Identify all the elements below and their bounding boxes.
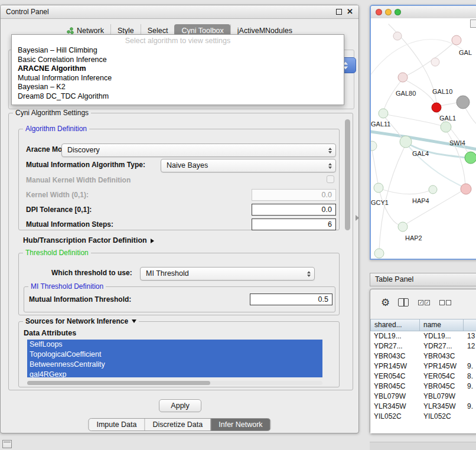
network-edge[interactable] [465,108,476,123]
algorithm-option-bayesian-k2[interactable]: Bayesian – K2 [12,83,344,92]
table-cell: YBR045C [420,381,464,392]
table-cell: YLR345W [370,402,420,412]
table-row[interactable]: YLR345WYLR345W9. [370,402,476,412]
column-header-shared[interactable]: shared... [370,319,420,331]
zoom-button[interactable] [395,9,401,15]
which-threshold-combo[interactable]: MI Threshold [140,267,315,281]
algorithm-option-mutual-information-inference[interactable]: Mutual Information Inference [12,74,344,83]
network-edge[interactable] [372,151,378,184]
network-node-gal4[interactable] [400,136,412,148]
network-node-gal11[interactable] [379,109,388,118]
canvas-corner-widget[interactable] [470,19,476,28]
panel-splitter-arrow[interactable] [356,215,359,221]
table-row[interactable]: YBR043CYBR043C [370,351,476,361]
algorithm-popup-list: Bayesian – Hill ClimbingBasic Correlatio… [12,46,344,101]
network-edge[interactable] [380,192,399,225]
algorithm-option-basic-correlation-inference[interactable]: Basic Correlation Inference [12,56,344,65]
attributes-hscrollbar[interactable] [27,381,322,385]
attribute-gal4rgexp[interactable]: gal4RGexp [27,370,322,377]
attribute-selfloops[interactable]: SelfLoops [27,340,322,350]
collapsed-arrow-icon [151,239,154,243]
network-node[interactable] [457,96,470,109]
threshold-definition-group: Threshold Definition Which threshold to … [18,253,340,315]
network-node-gal10[interactable] [432,103,441,112]
aracne-mode-combo[interactable]: Discovery [61,144,336,157]
network-edge[interactable] [387,115,442,126]
table-cell [464,351,476,361]
attribute-topologicalcoefficient[interactable]: TopologicalCoefficient [27,350,322,360]
network-node-swi4[interactable] [465,152,476,164]
table-row[interactable]: YDR27...YDR27...12 [370,341,476,351]
network-edge[interactable] [383,190,429,194]
dpi-tolerance-field[interactable]: 0.0 [252,204,336,216]
node-label-hap4: HAP4 [412,197,429,204]
node-label-gcy1: GCY1 [371,199,389,206]
apply-button[interactable]: Apply [159,399,201,412]
table-row[interactable]: YPR145WYPR145W9. [370,361,476,371]
table-row[interactable]: YDL19...YDL19...13 [370,331,476,341]
table-cell: 8. [464,371,476,381]
node-label-gal4: GAL4 [412,150,429,157]
mi-type-combo[interactable]: Naive Bayes [161,159,336,172]
select-all-icon[interactable]: ✓✓ [418,300,430,305]
mi-threshold-field[interactable]: 0.5 [250,294,332,305]
hub-section-toggle[interactable]: Hub/Transcription Factor Definition [23,236,154,244]
collapsed-panel[interactable] [370,442,476,450]
mi-steps-field[interactable]: 6 [252,219,336,230]
algorithm-option-aracne-algorithm[interactable]: ARACNE Algorithm [12,64,344,74]
column-selector-icon[interactable] [398,298,409,306]
network-node-gal1[interactable] [441,122,451,132]
network-node[interactable] [374,249,384,258]
column-header-name[interactable]: name [420,319,464,331]
network-node[interactable] [452,35,461,45]
close-icon[interactable]: ✕ [347,8,353,15]
network-edge[interactable] [406,191,461,224]
bottom-tab-infer-network[interactable]: Infer Network [210,419,270,431]
table-cell: YPR145W [420,361,464,371]
node-label-swi4: SWI4 [449,139,465,146]
sources-group-title[interactable]: Sources for Network Inference [23,317,139,325]
network-node[interactable] [431,58,439,66]
table-row[interactable]: YBR045CYBR045C9. [370,381,476,392]
algorithm-option-bayesian-hill-climbing[interactable]: Bayesian – Hill Climbing [12,46,344,56]
network-node[interactable] [461,184,471,194]
settings-gear-icon[interactable]: ⚙ [381,296,390,309]
control-panel-titlebar[interactable]: Control Panel ✕ [1,5,358,19]
kernel-width-field: 0.0 [252,189,336,201]
table-cell: YBR043C [370,351,420,361]
table-cell: 9. [464,402,476,412]
algorithm-option-dream8-dc-tdc-algorithm[interactable]: Dream8 DC_TDC Algorithm [12,92,344,102]
close-button[interactable] [376,9,382,15]
deselect-all-icon[interactable] [439,300,451,305]
attribute-betweennesscentrality[interactable]: BetweennessCentrality [27,360,322,370]
cyni-settings-group: Cyni Algorithm Settings Algorithm Defini… [8,113,353,390]
minimized-window-icon[interactable] [2,440,12,448]
table-cell: YBR043C [420,351,464,361]
bottom-tab-impute-data[interactable]: Impute Data [89,419,144,431]
network-node-gal80[interactable] [398,73,407,82]
network-node[interactable] [393,32,402,40]
hscrollbar-thumb[interactable] [27,381,210,385]
network-node-gcy1[interactable] [374,183,383,193]
float-window-icon[interactable] [336,9,342,15]
settings-scrollbar-thumb[interactable] [345,119,350,230]
node-label-gal11: GAL11 [371,120,390,128]
table-panel-titlebar[interactable]: Table Panel [370,273,476,286]
network-canvas[interactable]: GALGAL80GAL10GAL11GAL1SWI4GAL4GCY1HAP4HA… [371,18,476,259]
tab-label: Network [77,27,104,35]
table-cell: 9. [464,361,476,371]
network-edge[interactable] [379,147,405,250]
column-header-extra[interactable] [464,319,476,331]
table-cell: 13 [464,331,476,341]
table-row[interactable]: YIL052CYIL052C [370,412,476,419]
network-node[interactable] [371,141,377,151]
network-edge[interactable] [404,40,457,77]
network-node-hap2[interactable] [398,222,407,231]
network-node-hap4[interactable] [429,185,437,194]
table-row[interactable]: YER054CYER054C8. [370,371,476,381]
node-label-gal80: GAL80 [396,90,416,97]
table-row[interactable]: YBL079WYBL079W [370,392,476,402]
minimize-button[interactable] [385,9,392,15]
bottom-tab-discretize-data[interactable]: Discretize Data [145,419,211,431]
network-window-titlebar[interactable] [371,6,476,19]
